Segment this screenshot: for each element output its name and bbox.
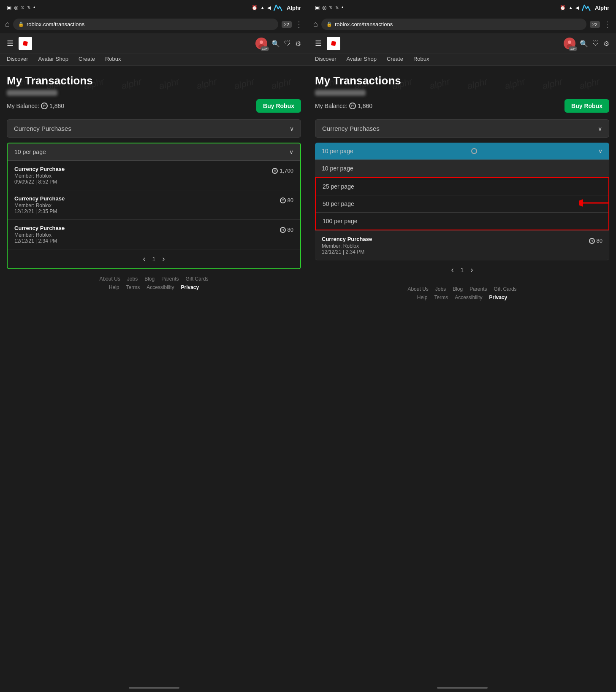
url-bar-left[interactable]: 🔒 roblox.com/transactions — [13, 19, 278, 30]
buy-robux-button-right[interactable]: Buy Robux — [564, 99, 609, 113]
next-page-button-left[interactable]: › — [162, 254, 165, 263]
footer-jobs-left[interactable]: Jobs — [127, 276, 138, 282]
footer-about-left[interactable]: About Us — [99, 276, 120, 282]
more-button-left[interactable]: ⋮ — [295, 20, 303, 29]
nav-icons-right: 13+ 🔍 🛡 ⚙ — [564, 38, 609, 49]
page-content-left: alphr alphr alphr alphr alphr alphr alph… — [0, 66, 308, 684]
balance-text-right: My Balance: R 1,860 — [315, 103, 372, 109]
discover-link-right[interactable]: Discover — [315, 56, 336, 62]
footer-privacy-right[interactable]: Privacy — [489, 295, 507, 300]
transaction-info-2-left: Currency Purchase Member: Roblox 12/12/2… — [14, 195, 65, 214]
lock-icon-right: 🔒 — [326, 22, 332, 27]
footer-help-right[interactable]: Help — [417, 295, 428, 300]
url-bar-right[interactable]: 🔒 roblox.com/transactions — [321, 19, 586, 30]
footer-terms-right[interactable]: Terms — [434, 295, 448, 300]
next-page-button-right[interactable]: › — [470, 265, 473, 274]
footer-left: About Us Jobs Blog Parents Gift Cards He… — [7, 269, 301, 300]
footer-right: About Us Jobs Blog Parents Gift Cards He… — [315, 279, 609, 310]
prev-page-button-left[interactable]: ‹ — [143, 254, 146, 263]
amount-value-1-left: 1,700 — [280, 168, 293, 174]
transaction-info-1-right: Currency Purchase Member: Roblox 12/12/2… — [322, 236, 372, 255]
per-page-option-100-right[interactable]: 100 per page — [316, 213, 608, 230]
per-page-option-50-right[interactable]: 50 per page — [316, 195, 608, 213]
robux-link-left[interactable]: Robux — [105, 56, 121, 62]
prev-page-button-right[interactable]: ‹ — [451, 265, 454, 274]
transaction-date-1-right: 12/12/21 | 2:34 PM — [322, 249, 372, 255]
app-icon-r2: ◎ — [322, 5, 326, 11]
settings-icon-right[interactable]: ⚙ — [603, 40, 609, 48]
discover-link-left[interactable]: Discover — [7, 56, 28, 62]
transaction-info-1-left: Currency Purchase Member: Roblox 09/09/2… — [14, 166, 65, 185]
transaction-date-2-left: 12/12/21 | 2:35 PM — [14, 208, 65, 214]
balance-row-right: My Balance: R 1,860 Buy Robux — [315, 99, 609, 113]
transaction-date-1-left: 09/09/22 | 8:52 PM — [14, 179, 65, 185]
footer-terms-left[interactable]: Terms — [126, 284, 140, 290]
per-page-selected-row-right[interactable]: 10 per page ∨ — [315, 143, 609, 160]
shield-icon-right[interactable]: 🛡 — [592, 40, 599, 47]
age-badge-left: 13+ — [261, 46, 269, 51]
footer-jobs-right[interactable]: Jobs — [435, 286, 446, 292]
hamburger-menu-left[interactable]: ☰ — [7, 39, 14, 48]
footer-accessibility-left[interactable]: Accessibility — [147, 284, 174, 290]
transaction-row-1-left: Currency Purchase Member: Roblox 09/09/2… — [14, 166, 293, 185]
avatar-shop-link-right[interactable]: Avatar Shop — [347, 56, 377, 62]
footer-giftcards-right[interactable]: Gift Cards — [494, 286, 517, 292]
robux-link-right[interactable]: Robux — [413, 56, 429, 62]
footer-links-row1-right: About Us Jobs Blog Parents Gift Cards — [322, 286, 602, 292]
transaction-member-1-left: Member: Roblox — [14, 173, 65, 179]
transactions-table-left: 10 per page ∨ Currency Purchase Member: … — [7, 143, 301, 269]
chevron-down-icon-per-page-right: ∨ — [598, 148, 602, 154]
more-button-right[interactable]: ⋮ — [603, 20, 611, 29]
search-icon-right[interactable]: 🔍 — [580, 40, 588, 48]
tab-count-right[interactable]: 22 — [590, 21, 600, 28]
footer-parents-left[interactable]: Parents — [161, 276, 179, 282]
home-bar-right — [437, 687, 488, 689]
hamburger-menu-right[interactable]: ☰ — [315, 39, 322, 48]
footer-help-left[interactable]: Help — [109, 284, 119, 290]
transaction-row-3-left: Currency Purchase Member: Roblox 12/12/2… — [14, 225, 293, 244]
page-title-left: My Transactions — [7, 74, 301, 87]
transaction-amount-3-left: R 80 — [280, 227, 293, 233]
tab-count-left[interactable]: 22 — [282, 21, 292, 28]
footer-blog-right[interactable]: Blog — [453, 286, 463, 292]
create-link-right[interactable]: Create — [387, 56, 403, 62]
amount-value-3-left: 80 — [288, 227, 293, 233]
footer-parents-right[interactable]: Parents — [469, 286, 487, 292]
per-page-option-25-right[interactable]: 25 per page — [316, 178, 608, 195]
transaction-row-2-left: Currency Purchase Member: Roblox 12/12/2… — [14, 195, 293, 214]
avatar-shop-link-left[interactable]: Avatar Shop — [38, 56, 68, 62]
buy-robux-button-left[interactable]: Buy Robux — [256, 99, 301, 113]
url-text-right: roblox.com/transactions — [335, 21, 581, 27]
footer-accessibility-right[interactable]: Accessibility — [455, 295, 482, 300]
balance-text-left: My Balance: R 1,860 — [7, 103, 64, 109]
home-indicator-right — [308, 684, 616, 692]
page-content-right: alphr alphr alphr alphr alphr alphr alph… — [308, 66, 616, 684]
footer-giftcards-left[interactable]: Gift Cards — [186, 276, 209, 282]
nav-bar-left: ☰ 13+ 🔍 🛡 ⚙ — [0, 33, 308, 54]
left-phone-panel: ▣ ◎ 𝕏 𝕏 • ⏰ ▲ ◀ Alphr ⌂ 🔒 roblox.com/tra… — [0, 0, 308, 692]
twitter-icon-r2: 𝕏 — [335, 5, 339, 11]
chevron-down-icon-left: ∨ — [290, 125, 294, 132]
per-page-dropdown-left[interactable]: 10 per page ∨ — [8, 143, 300, 161]
home-button-left[interactable]: ⌂ — [5, 20, 10, 29]
footer-links-row1-left: About Us Jobs Blog Parents Gift Cards — [14, 276, 294, 282]
pagination-right: ‹ 1 › — [315, 260, 609, 279]
home-button-right[interactable]: ⌂ — [313, 20, 318, 29]
settings-icon-left[interactable]: ⚙ — [295, 40, 301, 48]
footer-about-right[interactable]: About Us — [407, 286, 428, 292]
footer-privacy-left[interactable]: Privacy — [181, 284, 199, 290]
balance-label-left: My Balance: — [7, 103, 39, 109]
roblox-logo-right — [327, 37, 340, 50]
footer-links-row2-left: Help Terms Accessibility Privacy — [14, 284, 294, 290]
signal-icon-r: ◀ — [575, 5, 579, 11]
shield-icon-left[interactable]: 🛡 — [284, 40, 291, 47]
category-dropdown-right[interactable]: Currency Purchases ∨ — [315, 119, 609, 138]
create-link-left[interactable]: Create — [79, 56, 95, 62]
footer-blog-left[interactable]: Blog — [144, 276, 155, 282]
transaction-info-3-left: Currency Purchase Member: Roblox 12/12/2… — [14, 225, 65, 244]
per-page-option-10-right[interactable]: 10 per page — [315, 160, 609, 177]
category-dropdown-left[interactable]: Currency Purchases ∨ — [7, 119, 301, 138]
page-number-left: 1 — [152, 256, 156, 262]
browser-bar-left: ⌂ 🔒 roblox.com/transactions 22 ⋮ — [0, 15, 308, 33]
search-icon-left[interactable]: 🔍 — [271, 40, 280, 48]
